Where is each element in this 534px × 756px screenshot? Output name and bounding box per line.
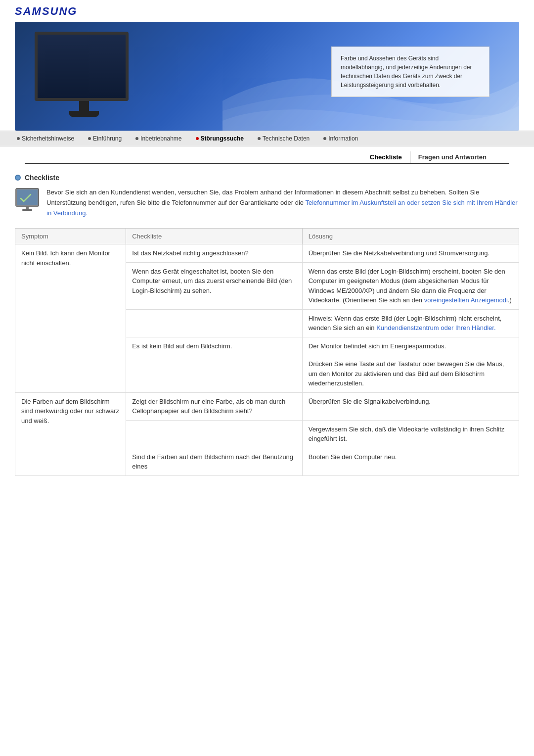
banner-text-box: Farbe und Aussehen des Geräts sind model… (331, 47, 490, 97)
section-title: Checkliste (25, 174, 59, 182)
sub-nav-checkliste[interactable]: Checkliste (362, 151, 410, 163)
checklist-1d: Es ist kein Bild auf dem Bildschirm. (126, 337, 303, 355)
nav-item-inbetriebnahme[interactable]: Inbetriebnahme (129, 131, 188, 146)
solution-2c: Booten Sie den Computer neu. (302, 448, 519, 475)
link-kundendienst[interactable]: Kundendienstzentrum oder Ihren Händler. (376, 324, 495, 331)
solution-1e: Drücken Sie eine Taste auf der Tastatur … (302, 355, 519, 393)
nav-dot (17, 137, 20, 140)
intro-monitor-icon (15, 188, 40, 212)
checklist-table: Symptom Checkliste Lösusng Kein Bild. Ic… (15, 228, 519, 476)
intro-row: Bevor Sie sich an den Kundendienst wende… (15, 188, 519, 218)
sub-nav-fragen[interactable]: Fragen und Antworten (410, 151, 494, 163)
nav-dot (135, 137, 138, 140)
nav-bar: Sicherheitshinweise Einführung Inbetrieb… (0, 131, 534, 146)
table-row: Die Farben auf dem Bildschirm sind merkw… (15, 392, 519, 420)
solution-1c: Hinweis: Wenn das erste Bild (der Login-… (302, 309, 519, 337)
section-heading: Checkliste (15, 174, 519, 182)
col-header-loesusng: Lösusng (302, 229, 519, 244)
svg-rect-2 (26, 206, 29, 209)
checklist-2a: Zeigt der Bildschirm nur eine Farbe, als… (126, 392, 303, 420)
monitor-illustration (35, 32, 134, 116)
content-area: Checkliste Bevor Sie sich an den Kundend… (0, 164, 534, 486)
col-header-symptom: Symptom (15, 229, 126, 244)
checklist-2b (126, 420, 303, 448)
solution-2a: Überprüfen Sie die Signalkabelverbindung… (302, 392, 519, 420)
nav-item-stoerungssuche[interactable]: Störungssuche (189, 131, 251, 146)
nav-dot (323, 137, 326, 140)
nav-item-technische-daten[interactable]: Technische Daten (251, 131, 316, 146)
table-row: Drücken Sie eine Taste auf der Tastatur … (15, 355, 519, 393)
checklist-1c (126, 309, 303, 337)
solution-1a: Überprüfen Sie die Netzkabelverbindung u… (302, 244, 519, 263)
table-row: Kein Bild. Ich kann den Monitor nicht ei… (15, 244, 519, 263)
nav-dot-active (196, 137, 199, 140)
solution-1d: Der Monitor befindet sich im Energiespar… (302, 337, 519, 355)
svg-rect-3 (22, 209, 32, 211)
symptom-empty-1 (15, 355, 126, 393)
nav-item-information[interactable]: Information (316, 131, 365, 146)
banner-text: Farbe und Aussehen des Geräts sind model… (341, 55, 472, 89)
header: SAMSUNG Farbe und Aussehen des Geräts si… (0, 0, 534, 131)
nav-item-sicherheitshinweise[interactable]: Sicherheitshinweise (10, 131, 81, 146)
samsung-logo: SAMSUNG (15, 5, 77, 18)
checklist-1a: Ist das Netzkabel richtig angeschlossen? (126, 244, 303, 263)
solution-1b: Wenn das erste Bild (der Login-Bildschir… (302, 262, 519, 309)
link-anzeigemodi[interactable]: voreingestellten Anzeigemodi (424, 296, 508, 304)
intro-text: Bevor Sie sich an den Kundendienst wende… (46, 188, 519, 218)
checklist-2c: Sind die Farben auf dem Bildschirm nach … (126, 448, 303, 475)
checklist-1b: Wenn das Gerät eingeschaltet ist, booten… (126, 262, 303, 309)
table-header-row: Symptom Checkliste Lösusng (15, 229, 519, 244)
heading-dot-icon (15, 175, 21, 181)
sub-nav: Checkliste Fragen und Antworten (25, 146, 509, 164)
nav-dot (258, 137, 261, 140)
banner: Farbe und Aussehen des Geräts sind model… (15, 22, 519, 131)
symptom-1: Kein Bild. Ich kann den Monitor nicht ei… (15, 244, 126, 355)
nav-dot (88, 137, 91, 140)
symptom-2: Die Farben auf dem Bildschirm sind merkw… (15, 392, 126, 475)
nav-item-einfuehrung[interactable]: Einführung (81, 131, 129, 146)
checklist-1e (126, 355, 303, 393)
solution-2b: Vergewissern Sie sich, daß die Videokart… (302, 420, 519, 448)
col-header-checkliste: Checkliste (126, 229, 303, 244)
